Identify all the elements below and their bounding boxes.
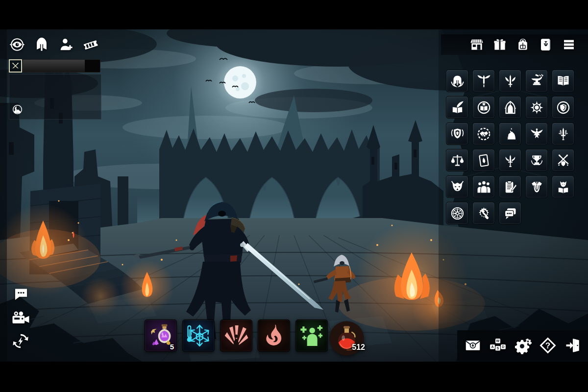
record-button[interactable] <box>10 308 31 331</box>
letterbox-top <box>0 0 588 29</box>
codex-button[interactable] <box>472 96 495 119</box>
gift-icon <box>492 37 507 52</box>
add-character-button[interactable] <box>58 36 74 53</box>
quests-button[interactable] <box>499 175 521 198</box>
g-sword-wings-icon <box>503 74 518 89</box>
pvp-button[interactable] <box>552 149 574 172</box>
tome-icon <box>539 37 553 52</box>
g-helmet-laurel-icon <box>450 74 465 89</box>
arena-helmet-button[interactable] <box>33 36 50 53</box>
expedition-button[interactable] <box>446 202 468 224</box>
potion-pack-slot[interactable]: 5 <box>145 319 177 352</box>
forge-button[interactable] <box>525 70 548 92</box>
gifts-button[interactable] <box>492 37 507 52</box>
g-gate-icon <box>503 100 518 115</box>
crossed-swords-icon-box <box>9 59 22 73</box>
energy-refresh-button[interactable] <box>11 332 30 352</box>
player-info-panel <box>9 74 101 120</box>
shop-button[interactable] <box>469 37 484 52</box>
g-ornate-sword-icon <box>556 126 571 142</box>
feature-grid <box>446 70 574 224</box>
frost-skill-slot[interactable] <box>182 319 215 352</box>
cards-button[interactable] <box>472 149 495 172</box>
flame-skill-slot[interactable] <box>258 319 290 352</box>
backpack-icon <box>515 37 530 52</box>
mail-button[interactable] <box>464 337 482 354</box>
inventory-button[interactable] <box>515 37 530 52</box>
boss-button[interactable] <box>446 175 468 198</box>
journal-button[interactable] <box>446 96 468 119</box>
video-camera-icon <box>10 308 31 329</box>
trophies-button[interactable] <box>525 149 548 172</box>
eye-icon <box>9 36 25 53</box>
potion-pack-count: 5 <box>170 343 174 351</box>
g-winged-sword-icon <box>476 74 491 89</box>
spectate-button[interactable] <box>9 36 25 53</box>
dash-skill-slot[interactable] <box>220 319 252 352</box>
duels-button[interactable] <box>499 70 521 92</box>
g-wrench-gear-icon <box>476 206 491 221</box>
help-diamond-icon: ? <box>539 337 557 354</box>
crafting-button[interactable] <box>472 202 495 224</box>
g-clipboard-icon <box>503 179 518 195</box>
g-chaos-star-icon <box>529 100 544 115</box>
armory-button[interactable] <box>525 175 548 198</box>
war-blade-button[interactable] <box>552 122 574 145</box>
honor-button[interactable] <box>472 70 495 92</box>
menu-stack-icon <box>562 37 576 52</box>
shop-icon <box>469 37 484 52</box>
g-demon-book-icon <box>556 179 571 195</box>
raid-button[interactable] <box>499 149 521 172</box>
defense-button[interactable] <box>552 96 574 119</box>
g-card-icon <box>476 153 491 168</box>
g-eagle-icon <box>529 126 544 142</box>
tome-button[interactable] <box>539 37 553 52</box>
crossed-swords-icon <box>11 61 20 71</box>
g-scales-icon <box>450 153 465 168</box>
help-button[interactable]: ? <box>539 337 557 354</box>
messages-button[interactable] <box>499 202 521 224</box>
more-menu-button[interactable] <box>562 37 576 52</box>
settings-button[interactable] <box>514 337 532 354</box>
arena-button[interactable] <box>446 70 468 92</box>
health-potion-button[interactable]: 512 <box>329 320 365 356</box>
exit-button[interactable] <box>564 337 582 354</box>
helmet-icon <box>33 36 50 53</box>
g-handshake-icon <box>476 126 491 142</box>
chat-bubble-icon <box>13 286 29 302</box>
moon-mountains-icon <box>12 104 23 117</box>
library-button[interactable] <box>552 70 574 92</box>
rift-button[interactable] <box>525 96 548 119</box>
justice-button[interactable] <box>446 149 468 172</box>
chat-button[interactable] <box>13 286 29 304</box>
alliance-button[interactable] <box>472 122 495 145</box>
g-trophy-icon <box>529 153 544 168</box>
flame-icon <box>260 322 288 349</box>
energy-recycle-icon <box>11 332 30 350</box>
controls-button[interactable]: WASD <box>489 337 507 354</box>
svg-text:A: A <box>491 344 493 349</box>
party-button[interactable] <box>472 175 495 198</box>
bottom-right-menu-band: WASD? <box>457 330 588 361</box>
g-crossed-swords-shield-icon <box>556 153 571 168</box>
mail-icon <box>464 337 482 354</box>
heal-skill-slot[interactable] <box>295 319 328 352</box>
svg-text:?: ? <box>545 341 550 350</box>
dungeon-button[interactable] <box>499 96 521 119</box>
ticket-icon <box>82 36 99 53</box>
g-book-star-icon <box>476 100 491 115</box>
top-left-menu <box>9 36 99 53</box>
legion-button[interactable] <box>525 122 548 145</box>
clan-button[interactable] <box>446 122 468 145</box>
g-open-book-icon <box>556 74 571 89</box>
exit-door-icon <box>564 337 582 354</box>
g-horse-icon <box>503 126 518 142</box>
g-shield-ring-icon <box>556 100 571 115</box>
g-people-icon <box>476 179 491 195</box>
g-compass-icon <box>450 206 465 221</box>
demonology-button[interactable] <box>552 175 574 198</box>
stables-button[interactable] <box>499 122 521 145</box>
progress-fill <box>23 60 85 72</box>
person-plus-icon <box>58 36 74 53</box>
tickets-button[interactable] <box>82 36 99 53</box>
